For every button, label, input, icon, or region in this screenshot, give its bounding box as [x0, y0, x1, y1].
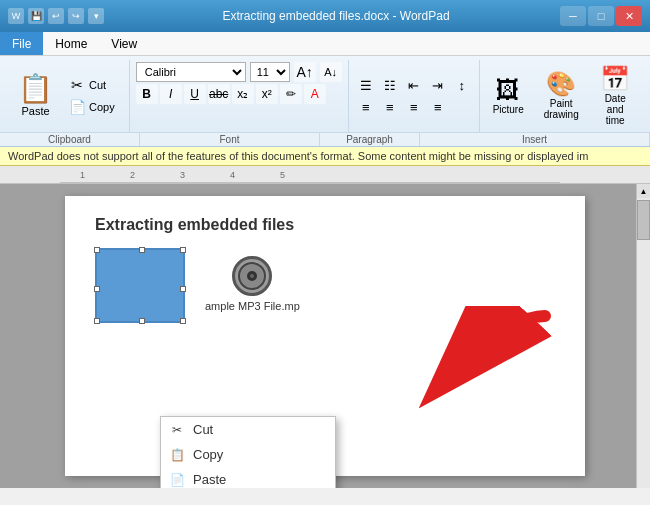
para-row1: ☰ ☷ ⇤ ⇥ ↕: [355, 75, 473, 95]
align-left-button[interactable]: ≡: [355, 97, 377, 117]
grow-font-button[interactable]: A↑: [294, 62, 316, 82]
app-icon: W: [8, 8, 24, 24]
embedded-objects: ample MP3 File.mp: [95, 248, 555, 323]
para-row2: ≡ ≡ ≡ ≡: [355, 97, 473, 117]
red-arrow: [355, 306, 555, 426]
handle-tl: [94, 247, 100, 253]
handle-mr: [180, 286, 186, 292]
datetime-icon: 📅: [600, 67, 630, 91]
handle-bm: [139, 318, 145, 324]
paint-icon: 🎨: [546, 72, 576, 96]
warning-bar: WordPad does not support all of the feat…: [0, 147, 650, 166]
ordered-list-button[interactable]: ☷: [379, 75, 401, 95]
svg-text:4: 4: [230, 170, 235, 180]
svg-text:3: 3: [180, 170, 185, 180]
align-right-button[interactable]: ≡: [403, 97, 425, 117]
color-button[interactable]: A: [304, 84, 326, 104]
list-button[interactable]: ☰: [355, 75, 377, 95]
ctx-copy[interactable]: 📋 Copy: [161, 442, 335, 467]
pdf-embedded-object[interactable]: [95, 248, 185, 323]
indent-increase-button[interactable]: ⇥: [427, 75, 449, 95]
svg-point-8: [250, 274, 254, 278]
maximize-button[interactable]: □: [588, 6, 614, 26]
cut-ctx-icon: ✂: [169, 423, 185, 437]
paste-button[interactable]: 📋 Paste: [10, 60, 61, 132]
ctx-cut[interactable]: ✂ Cut: [161, 417, 335, 442]
copy-button[interactable]: 📄 Copy: [65, 97, 119, 117]
handle-br: [180, 318, 186, 324]
handle-ml: [94, 286, 100, 292]
font-row1: Calibri 11 A↑ A↓: [136, 62, 342, 82]
font-name-select[interactable]: Calibri: [136, 62, 246, 82]
clipboard-group-label: Clipboard: [0, 133, 140, 146]
picture-label: Picture: [493, 104, 524, 115]
font-row2: B I U abc x₂ x² ✏ A: [136, 84, 342, 104]
ctx-paste[interactable]: 📄 Paste: [161, 467, 335, 488]
ctx-copy-label: Copy: [193, 447, 223, 462]
ruler-inner: 1 2 3 4 5: [60, 166, 650, 183]
highlight-button[interactable]: ✏: [280, 84, 302, 104]
italic-button[interactable]: I: [160, 84, 182, 104]
underline-button[interactable]: U: [184, 84, 206, 104]
menu-file[interactable]: File: [0, 32, 43, 55]
window-controls: ─ □ ✕: [560, 6, 642, 26]
paste-icon: 📋: [18, 75, 53, 103]
ctx-cut-label: Cut: [193, 422, 213, 437]
document-page: Extracting embedded files: [65, 196, 585, 476]
handle-tm: [139, 247, 145, 253]
align-center-button[interactable]: ≡: [379, 97, 401, 117]
clipboard-group: 📋 Paste ✂ Cut 📄 Copy: [4, 60, 130, 132]
svg-text:2: 2: [130, 170, 135, 180]
ribbon: 📋 Paste ✂ Cut 📄 Copy Calibri: [0, 56, 650, 147]
copy-ctx-icon: 📋: [169, 448, 185, 462]
menu-home[interactable]: Home: [43, 32, 99, 55]
titlebar: W 💾 ↩ ↪ ▾ Extracting embedded files.docx…: [0, 0, 650, 32]
paragraph-group: ☰ ☷ ⇤ ⇥ ↕ ≡ ≡ ≡ ≡: [349, 60, 480, 132]
strikethrough-button[interactable]: abc: [208, 84, 230, 104]
cut-button[interactable]: ✂ Cut: [65, 75, 119, 95]
ruler: 1 2 3 4 5: [0, 166, 650, 184]
main-area: Extracting embedded files: [0, 184, 650, 488]
paragraph-group-label: Paragraph: [320, 133, 420, 146]
handle-bl: [94, 318, 100, 324]
shrink-font-button[interactable]: A↓: [320, 62, 342, 82]
datetime-button[interactable]: 📅 Date andtime: [592, 65, 639, 128]
mp3-label: ample MP3 File.mp: [205, 300, 300, 312]
scroll-up-button[interactable]: ▲: [637, 184, 650, 198]
ruler-marks: 1 2 3 4 5: [60, 166, 650, 183]
superscript-button[interactable]: x²: [256, 84, 278, 104]
paste-label: Paste: [21, 105, 49, 117]
paint-drawing-button[interactable]: 🎨 Paint drawing: [539, 70, 584, 122]
ctx-paste-label: Paste: [193, 472, 226, 487]
menu-view[interactable]: View: [99, 32, 149, 55]
redo-icon[interactable]: ↪: [68, 8, 84, 24]
titlebar-left-icons: W 💾 ↩ ↪ ▾: [8, 8, 104, 24]
qat-dropdown-icon[interactable]: ▾: [88, 8, 104, 24]
save-icon[interactable]: 💾: [28, 8, 44, 24]
mp3-embedded-object[interactable]: ample MP3 File.mp: [205, 256, 300, 312]
line-spacing-button[interactable]: ↕: [451, 75, 473, 95]
font-size-select[interactable]: 11: [250, 62, 290, 82]
content-area: Extracting embedded files: [0, 184, 650, 488]
insert-group-label: Insert: [420, 133, 650, 146]
warning-text: WordPad does not support all of the feat…: [8, 150, 588, 162]
undo-icon[interactable]: ↩: [48, 8, 64, 24]
cut-icon: ✂: [69, 77, 85, 93]
minimize-button[interactable]: ─: [560, 6, 586, 26]
window-title: Extracting embedded files.docx - WordPad: [112, 9, 560, 23]
close-button[interactable]: ✕: [616, 6, 642, 26]
subscript-button[interactable]: x₂: [232, 84, 254, 104]
datetime-label: Date andtime: [598, 93, 633, 126]
justify-button[interactable]: ≡: [427, 97, 449, 117]
copy-icon: 📄: [69, 99, 85, 115]
scroll-thumb[interactable]: [637, 200, 650, 240]
bold-button[interactable]: B: [136, 84, 158, 104]
vertical-scrollbar[interactable]: ▲: [636, 184, 650, 488]
picture-icon: 🖼: [496, 78, 520, 102]
paste-ctx-icon: 📄: [169, 473, 185, 487]
clipboard-small-buttons: ✂ Cut 📄 Copy: [61, 60, 123, 132]
picture-button[interactable]: 🖼 Picture: [486, 76, 531, 117]
indent-decrease-button[interactable]: ⇤: [403, 75, 425, 95]
copy-label: Copy: [89, 101, 115, 113]
svg-text:1: 1: [80, 170, 85, 180]
